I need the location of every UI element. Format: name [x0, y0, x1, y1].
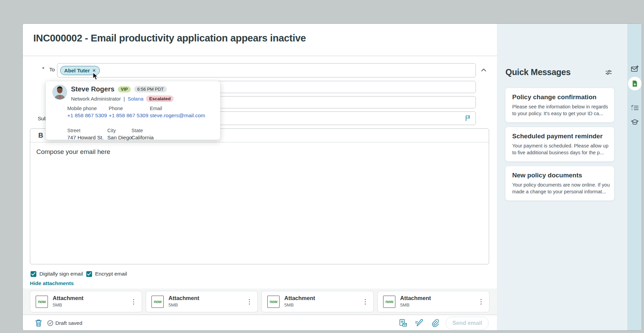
email-body-placeholder: Compose your email here	[36, 148, 110, 156]
attachment-thumbnail: now	[383, 296, 395, 308]
phone-column: Phone +1 858 867 5309	[109, 106, 148, 119]
quick-message-title: Policy change confirmation	[512, 93, 596, 101]
paperclip-icon[interactable]	[431, 318, 440, 328]
role-separator: |	[124, 96, 125, 102]
to-field-label: To	[49, 67, 55, 73]
attachment-menu-icon[interactable]: ⋮	[246, 297, 253, 306]
attachment-card[interactable]: now Attachment 5MB ⋮	[377, 291, 489, 312]
encrypt-checkbox-row: Encrypt email	[86, 271, 127, 277]
app-window: INC000002 - Email productivity applicati…	[22, 23, 642, 331]
attachment-title: Attachment	[168, 295, 199, 301]
quick-message-title: New policy documents	[512, 172, 582, 179]
quick-message-card[interactable]: Scheduled payment reminder Your payment …	[505, 127, 614, 161]
recipient-chip-label: Abel Tuter	[64, 68, 90, 74]
delete-draft-icon[interactable]	[35, 319, 42, 327]
street-label: Street	[67, 128, 104, 133]
phone-link[interactable]: +1 858 867 5309	[109, 112, 148, 119]
learning-cap-icon[interactable]	[631, 119, 639, 127]
quick-message-card[interactable]: Policy change confirmation Please see th…	[505, 88, 614, 122]
attachment-size: 5MB	[284, 302, 294, 308]
attachment-size: 5MB	[168, 302, 178, 308]
compose-footer: Draft saved Send email	[23, 315, 497, 331]
quick-messages-title: Quick Messages	[505, 67, 571, 77]
attachment-thumbnail: now	[151, 296, 164, 308]
attachment-size: 5MB	[400, 302, 410, 308]
email-body-editor[interactable]: B Compose your email here	[30, 128, 489, 264]
sliders-filter-icon[interactable]	[605, 69, 612, 76]
city-label: City	[107, 128, 132, 133]
contact-role-row: Network Administrator | Solana Escalated	[71, 95, 174, 102]
street-value: 747 Howard St.	[67, 135, 104, 141]
quick-message-body: Your payment is scheduled. Please allow …	[512, 143, 610, 156]
state-label: State	[131, 128, 154, 133]
state-value: California	[131, 135, 154, 141]
signature-pen-icon[interactable]	[414, 318, 424, 328]
encrypt-checkbox[interactable]	[86, 271, 92, 277]
quick-message-card[interactable]: New policy documents Your policy documen…	[505, 166, 614, 200]
state-column: State California	[131, 128, 154, 141]
mobile-phone-link[interactable]: +1 858 867 5309	[67, 112, 107, 119]
attachment-thumbnail: now	[36, 296, 48, 308]
city-column: City San Diego	[107, 128, 132, 141]
attachment-card[interactable]: now Attachment 5MB ⋮	[30, 291, 142, 312]
mobile-phone-label: Mobile phone	[67, 106, 107, 111]
account-link[interactable]: Solana	[128, 96, 144, 102]
email-link[interactable]: steve.rogers@mail.com	[150, 112, 205, 119]
required-marker: *	[42, 66, 44, 73]
digitally-sign-label: Digitally sign email	[39, 271, 83, 277]
attachments-section: now Attachment 5MB ⋮ now Attachment 5MB …	[23, 288, 497, 315]
email-column: Email steve.rogers@mail.com	[150, 106, 205, 119]
draft-saved-check-icon	[47, 320, 53, 326]
side-rail	[627, 24, 642, 331]
recipient-chip[interactable]: Abel Tuter ✕	[60, 66, 100, 75]
encrypt-label: Encrypt email	[95, 271, 127, 277]
quick-message-title: Scheduled payment reminder	[512, 133, 603, 140]
send-email-button[interactable]: Send email	[446, 317, 489, 330]
mobile-phone-column: Mobile phone +1 858 867 5309	[67, 106, 107, 119]
new-document-icon-active[interactable]	[628, 77, 642, 90]
email-label: Email	[150, 106, 205, 111]
vip-badge: VIP	[118, 86, 131, 92]
chevron-up-icon[interactable]	[480, 66, 488, 74]
page-title: INC000002 - Email productivity applicati…	[33, 33, 306, 44]
quick-message-body: Please see the information below in rega…	[512, 104, 610, 117]
contact-card-popover: Steve Rogers VIP 6:56 PM PDT Network Adm…	[46, 81, 220, 140]
hide-attachments-link[interactable]: Hide attachments	[30, 280, 74, 286]
compose-main: INC000002 - Email productivity applicati…	[23, 24, 497, 331]
attachment-menu-icon[interactable]: ⋮	[478, 297, 484, 306]
contact-name: Steve Rogers	[71, 85, 114, 93]
attachment-title: Attachment	[53, 295, 84, 301]
chip-remove-icon[interactable]: ✕	[92, 68, 96, 73]
avatar	[52, 85, 67, 100]
city-value: San Diego	[107, 135, 132, 141]
flag-icon[interactable]	[465, 115, 471, 122]
phone-label: Phone	[109, 106, 148, 111]
attachment-size: 5MB	[53, 302, 62, 308]
local-time-badge: 6:56 PM PDT	[134, 86, 167, 92]
email-compose-screen: INC000002 - Email productivity applicati…	[0, 0, 644, 333]
compose-email-icon[interactable]	[631, 65, 639, 73]
attachment-card[interactable]: now Attachment 5MB ⋮	[146, 291, 258, 312]
email-template-icon[interactable]	[398, 318, 408, 328]
attachment-thumbnail: now	[267, 296, 280, 308]
attachment-menu-icon[interactable]: ⋮	[130, 297, 137, 306]
digitally-sign-checkbox-row: Digitally sign email	[31, 271, 83, 277]
attachment-menu-icon[interactable]: ⋮	[362, 297, 369, 306]
bold-button[interactable]: B	[36, 131, 45, 140]
quick-message-body: Your policy documents are now online. If…	[512, 182, 610, 195]
contact-role: Network Administrator	[71, 96, 121, 102]
contact-name-row: Steve Rogers VIP 6:56 PM PDT	[71, 85, 167, 93]
attachment-title: Attachment	[400, 295, 431, 301]
attachment-title: Attachment	[284, 295, 315, 301]
escalated-badge: Escalated	[146, 95, 174, 102]
attachment-card[interactable]: now Attachment 5MB ⋮	[262, 291, 374, 312]
quick-messages-panel: Quick Messages Policy change confirmatio…	[497, 24, 627, 331]
checklist-icon[interactable]	[631, 105, 639, 113]
draft-saved-status: Draft saved	[55, 320, 82, 326]
email-body-input[interactable]: Compose your email here	[30, 143, 489, 264]
header-divider	[23, 56, 497, 56]
street-column: Street 747 Howard St.	[67, 128, 104, 141]
digitally-sign-checkbox[interactable]	[31, 271, 36, 277]
to-input[interactable]: Abel Tuter ✕	[57, 63, 476, 77]
